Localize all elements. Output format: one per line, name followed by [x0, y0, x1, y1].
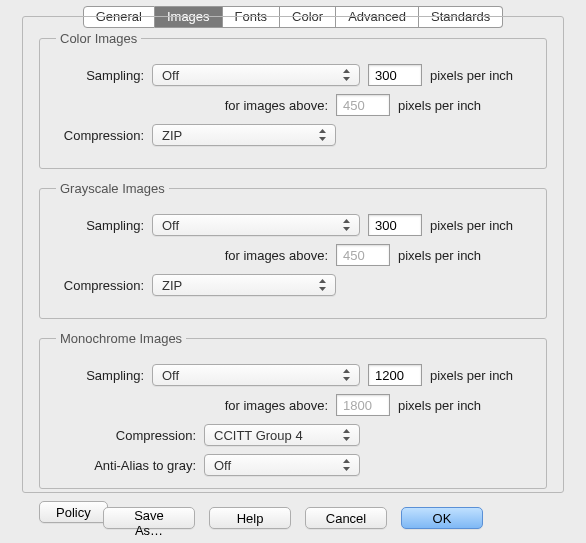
mono-above-ppi	[336, 394, 390, 416]
ppi-label: pixels per inch	[398, 98, 481, 113]
mono-antialias-value: Off	[214, 458, 231, 473]
group-color-images: Color Images Sampling: Off pixels per in…	[39, 31, 547, 169]
cancel-button[interactable]: Cancel	[305, 507, 387, 529]
mono-ppi-input[interactable]	[368, 364, 422, 386]
label-antialias: Anti-Alias to gray:	[52, 458, 204, 473]
color-sampling-select[interactable]: Off	[152, 64, 360, 86]
updown-icon	[340, 217, 353, 233]
label-compression: Compression:	[52, 128, 152, 143]
gray-compression-select[interactable]: ZIP	[152, 274, 336, 296]
ppi-label: pixels per inch	[430, 68, 513, 83]
mono-compression-value: CCITT Group 4	[214, 428, 303, 443]
label-compression: Compression:	[52, 278, 152, 293]
ppi-label: pixels per inch	[398, 248, 481, 263]
group-title-mono: Monochrome Images	[56, 331, 186, 346]
mono-antialias-select[interactable]: Off	[204, 454, 360, 476]
mono-sampling-value: Off	[162, 368, 179, 383]
ppi-label: pixels per inch	[430, 368, 513, 383]
updown-icon	[340, 457, 353, 473]
label-for-above: for images above:	[52, 98, 336, 113]
label-sampling: Sampling:	[52, 368, 152, 383]
updown-icon	[316, 277, 329, 293]
label-compression: Compression:	[52, 428, 204, 443]
save-as-button[interactable]: Save As…	[103, 507, 195, 529]
ppi-label: pixels per inch	[398, 398, 481, 413]
group-monochrome-images: Monochrome Images Sampling: Off pixels p…	[39, 331, 547, 489]
label-for-above: for images above:	[52, 248, 336, 263]
footer: Save As… Help Cancel OK	[0, 507, 586, 529]
panel: Color Images Sampling: Off pixels per in…	[22, 16, 564, 493]
label-for-above: for images above:	[52, 398, 336, 413]
help-button[interactable]: Help	[209, 507, 291, 529]
color-above-ppi	[336, 94, 390, 116]
group-grayscale-images: Grayscale Images Sampling: Off pixels pe…	[39, 181, 547, 319]
color-sampling-value: Off	[162, 68, 179, 83]
gray-above-ppi	[336, 244, 390, 266]
gray-sampling-value: Off	[162, 218, 179, 233]
updown-icon	[316, 127, 329, 143]
gray-ppi-input[interactable]	[368, 214, 422, 236]
updown-icon	[340, 427, 353, 443]
color-ppi-input[interactable]	[368, 64, 422, 86]
gray-compression-value: ZIP	[162, 278, 182, 293]
color-compression-select[interactable]: ZIP	[152, 124, 336, 146]
label-sampling: Sampling:	[52, 68, 152, 83]
gray-sampling-select[interactable]: Off	[152, 214, 360, 236]
ppi-label: pixels per inch	[430, 218, 513, 233]
label-sampling: Sampling:	[52, 218, 152, 233]
group-title-color: Color Images	[56, 31, 141, 46]
updown-icon	[340, 67, 353, 83]
color-compression-value: ZIP	[162, 128, 182, 143]
ok-button[interactable]: OK	[401, 507, 483, 529]
updown-icon	[340, 367, 353, 383]
mono-sampling-select[interactable]: Off	[152, 364, 360, 386]
group-title-gray: Grayscale Images	[56, 181, 169, 196]
mono-compression-select[interactable]: CCITT Group 4	[204, 424, 360, 446]
